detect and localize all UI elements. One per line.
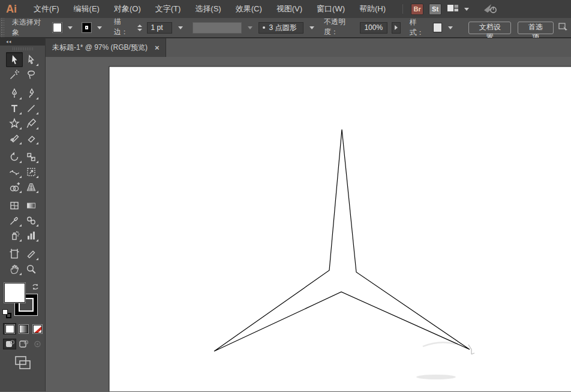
width-icon — [8, 166, 20, 178]
tool-hand[interactable] — [6, 261, 23, 276]
flyout-indicator-icon — [36, 239, 38, 242]
document-setup-button[interactable]: 文档设置 — [468, 22, 511, 34]
menu-effect[interactable]: 效果(C) — [229, 0, 269, 18]
control-panel-grip[interactable] — [0, 18, 4, 37]
tool-scale[interactable] — [23, 149, 40, 164]
zoom-icon — [25, 263, 37, 275]
workspace-switcher-icon[interactable] — [447, 4, 459, 14]
app-logo: Ai — [0, 3, 26, 16]
tool-paintbrush[interactable] — [23, 116, 40, 131]
stroke-weight-field[interactable]: 1 pt — [147, 22, 172, 34]
fill-well[interactable] — [4, 283, 25, 303]
preferences-button[interactable]: 首选项 — [518, 22, 554, 34]
style-chevron-icon[interactable] — [446, 23, 455, 32]
flyout-indicator-icon — [19, 239, 22, 242]
stock-button[interactable]: St — [429, 4, 441, 15]
paint-style-buttons — [3, 323, 45, 334]
menu-view[interactable]: 视图(V) — [269, 0, 309, 18]
tools-panel-grip[interactable] — [0, 46, 45, 52]
cs-live-sync-icon[interactable] — [483, 3, 498, 16]
style-swatch[interactable] — [433, 23, 442, 32]
stroke-weight-chevron-icon[interactable] — [176, 23, 185, 32]
draw-normal-button[interactable] — [3, 339, 16, 349]
stroke-color-swatch[interactable] — [82, 23, 91, 32]
screen-mode-button[interactable] — [13, 355, 32, 373]
tool-shape-builder[interactable] — [6, 179, 23, 194]
bridge-button[interactable]: Br — [411, 4, 423, 15]
stroke-weight-stepper[interactable] — [137, 25, 143, 31]
menu-help[interactable]: 帮助(H) — [352, 0, 393, 18]
stroke-color-chevron-icon[interactable] — [95, 23, 104, 32]
flyout-indicator-icon — [19, 161, 22, 163]
menubar-right-cluster: Br St — [402, 3, 498, 16]
tool-curvature[interactable] — [23, 86, 40, 101]
fill-color-swatch[interactable] — [53, 23, 61, 32]
tool-selection[interactable] — [6, 52, 23, 67]
tool-eyedropper[interactable] — [6, 213, 23, 228]
perspective-grid-icon — [25, 181, 37, 193]
menu-file[interactable]: 文件(F) — [26, 0, 67, 18]
tool-type[interactable] — [6, 101, 23, 116]
gradient-mode-button[interactable] — [17, 323, 30, 334]
document-tab[interactable]: 未标题-1* @ 97% (RGB/预览) × — [46, 38, 166, 57]
tool-pen[interactable] — [6, 86, 23, 101]
color-mode-button[interactable] — [3, 323, 16, 334]
tools-collapse-icon[interactable]: ◄◄ — [5, 40, 11, 44]
tool-star-shape[interactable] — [6, 116, 23, 131]
control-panel-menu-icon[interactable] — [558, 22, 569, 34]
tool-column-graph[interactable] — [23, 228, 40, 243]
tool-lasso[interactable] — [23, 67, 40, 82]
default-colors-icon[interactable] — [2, 309, 11, 318]
tool-blend[interactable] — [23, 213, 40, 228]
tab-close-icon[interactable]: × — [155, 44, 160, 52]
magic-wand-icon — [8, 69, 20, 81]
menu-type[interactable]: 文字(T) — [148, 0, 188, 18]
workspace-chevron-icon[interactable] — [464, 8, 469, 11]
selection-status: 未选择对象 — [12, 17, 44, 38]
tool-symbol-sprayer[interactable] — [6, 228, 23, 243]
tool-line-segment[interactable] — [23, 101, 40, 116]
draw-behind-button[interactable] — [17, 339, 30, 349]
flyout-indicator-icon — [19, 176, 22, 178]
tool-mesh[interactable] — [6, 198, 23, 213]
tool-zoom[interactable] — [23, 261, 40, 276]
tool-magic-wand[interactable] — [6, 67, 23, 82]
menu-object[interactable]: 对象(O) — [107, 0, 148, 18]
tool-slice[interactable] — [23, 246, 40, 261]
tool-free-transform[interactable] — [23, 164, 40, 179]
slice-icon — [25, 248, 37, 260]
width-profile-chevron-icon — [246, 23, 254, 32]
tool-width[interactable] — [6, 164, 23, 179]
eyedropper-icon — [8, 215, 20, 227]
document-tab-bar: 未标题-1* @ 97% (RGB/预览) × — [46, 38, 571, 57]
flyout-indicator-icon — [19, 127, 22, 129]
tool-gradient[interactable] — [23, 198, 40, 213]
menu-select[interactable]: 选择(S) — [188, 0, 228, 18]
tool-eraser[interactable] — [23, 131, 40, 146]
menu-window[interactable]: 窗口(W) — [309, 0, 352, 18]
tool-pencil[interactable] — [6, 131, 23, 146]
tool-perspective-grid[interactable] — [23, 179, 40, 194]
tool-rotate[interactable] — [6, 149, 23, 164]
brush-definition-field[interactable]: 3 点圆形 — [259, 22, 303, 34]
control-panel: 未选择对象 描边： 1 pt 3 点圆形 不透明度： 100% 样式： 文档设置… — [0, 18, 571, 38]
paintbrush-icon — [25, 117, 37, 129]
tool-direct-selection[interactable] — [23, 52, 40, 67]
flyout-indicator-icon — [36, 127, 38, 129]
tool-artboard[interactable] — [6, 246, 23, 261]
brush-chevron-icon[interactable] — [308, 23, 316, 32]
brush-name: 3 点圆形 — [269, 23, 296, 33]
fill-color-chevron-icon[interactable] — [66, 23, 74, 32]
opacity-expand-button[interactable] — [392, 22, 400, 34]
opacity-panel-link[interactable]: 不透明度： — [324, 17, 356, 38]
star-shape-icon — [8, 117, 20, 129]
menu-edit[interactable]: 编辑(E) — [67, 0, 107, 18]
stroke-panel-link[interactable]: 描边： — [114, 17, 133, 38]
none-mode-button[interactable] — [31, 323, 44, 334]
opacity-field[interactable]: 100% — [360, 22, 387, 34]
canvas-viewport[interactable] — [46, 57, 571, 391]
swap-fill-stroke-icon[interactable] — [31, 282, 40, 293]
canvas-svg — [46, 57, 571, 391]
flyout-indicator-icon — [36, 176, 38, 178]
tools-panel-header[interactable]: ◄◄ — [0, 38, 45, 46]
